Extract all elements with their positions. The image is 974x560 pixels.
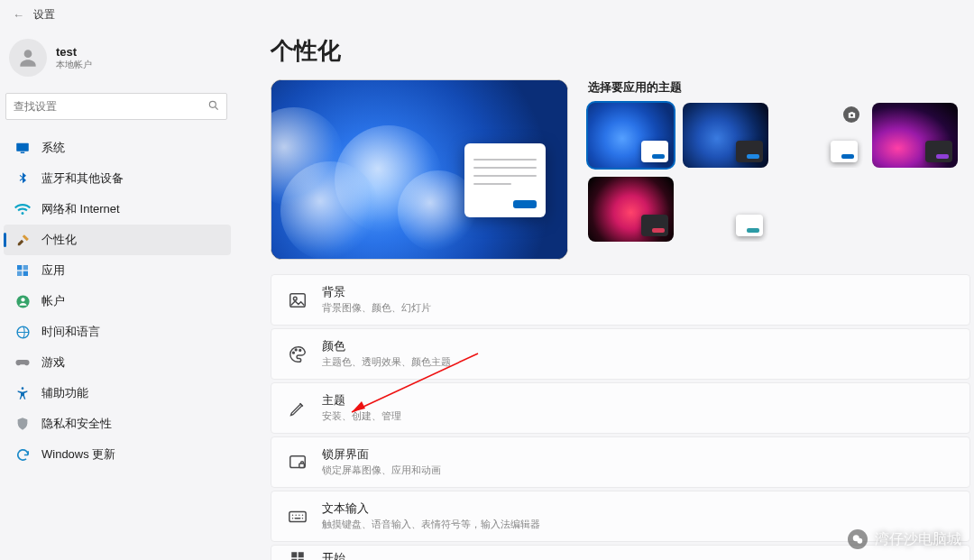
accessibility-icon [14,385,31,401]
desktop-preview [271,79,568,260]
lockscreen-icon [288,453,308,473]
main: 个性化 选择要应用的主题 [234,30,974,560]
search-icon [207,99,220,112]
settings-item-lockscreen[interactable]: 锁屏界面锁定屏幕图像、应用和动画 [271,436,970,488]
watermark: 湾仔沙电脑城 [848,529,961,549]
user-name: test [56,45,92,59]
svg-point-29 [857,538,862,544]
theme-tile-sunrise[interactable] [777,103,863,168]
sidebar-item-personalization[interactable]: 个性化 [4,225,231,255]
system-icon [14,140,31,156]
settings-item-sub: 背景图像、颜色、幻灯片 [322,301,431,315]
sidebar-item-time-language[interactable]: 时间和语言 [4,317,231,347]
sidebar-item-label: 应用 [41,262,65,279]
window-header: ← 设置 [0,0,974,30]
keyboard-icon [288,507,308,527]
sidebar-item-label: 游戏 [41,354,65,371]
palette-icon [288,344,308,364]
shield-icon [14,416,31,432]
settings-item-title: 主题 [322,393,401,408]
svg-point-0 [24,50,32,58]
svg-point-1 [209,101,216,107]
settings-item-title: 文本输入 [322,501,540,516]
svg-rect-4 [21,152,25,154]
account-icon [14,293,31,309]
sidebar-item-bluetooth[interactable]: 蓝牙和其他设备 [4,163,231,194]
settings-item-sub: 主题色、透明效果、颜色主题 [322,355,451,369]
image-icon [288,290,308,310]
search-input[interactable] [5,93,227,120]
window-title: 设置 [33,7,55,23]
sidebar-item-label: 蓝牙和其他设备 [41,170,124,187]
theme-tile-windows-dark[interactable] [683,103,768,168]
svg-rect-20 [299,463,305,467]
svg-point-15 [293,297,297,300]
pen-icon [288,399,308,418]
sidebar-item-system[interactable]: 系统 [4,133,231,163]
watermark-text: 湾仔沙电脑城 [875,530,961,549]
sidebar-item-accessibility[interactable]: 辅助功能 [4,378,231,409]
svg-point-17 [295,349,297,351]
sidebar-item-accounts[interactable]: 帐户 [4,286,231,317]
settings-item-title: 锁屏界面 [322,447,441,462]
svg-rect-21 [289,511,306,521]
sidebar-item-gaming[interactable]: 游戏 [4,347,231,378]
sidebar-item-label: 网络和 Internet [41,201,120,217]
sidebar-item-apps[interactable]: 应用 [4,255,231,286]
svg-point-12 [22,387,24,390]
svg-rect-3 [16,143,29,151]
sidebar-item-label: 辅助功能 [41,385,88,401]
theme-tile-windows-light[interactable] [588,103,674,168]
wechat-icon [848,529,868,549]
svg-rect-22 [291,552,297,557]
sidebar-item-update[interactable]: Windows 更新 [4,439,231,470]
sidebar-item-privacy[interactable]: 隐私和安全性 [4,409,231,439]
settings-list: 背景背景图像、颜色、幻灯片 颜色主题色、透明效果、颜色主题 主题安装、创建、管理… [271,274,974,560]
sidebar-item-label: 时间和语言 [41,324,100,340]
back-icon[interactable]: ← [13,8,24,22]
page-title: 个性化 [271,35,974,67]
bluetooth-icon [14,170,31,187]
svg-rect-5 [17,265,22,270]
theme-tile-captured-motion[interactable] [683,177,768,242]
preview-window [464,143,546,217]
settings-item-title: 颜色 [322,339,451,353]
settings-item-sub: 安装、创建、管理 [322,409,401,423]
settings-item-themes[interactable]: 主题安装、创建、管理 [271,382,970,434]
sidebar: test 本地帐户 系统 蓝牙和其他设备 网络和 Internet [0,30,234,560]
svg-point-18 [299,349,301,351]
sidebar-item-label: 系统 [41,140,65,156]
gamepad-icon [14,354,31,371]
settings-item-background[interactable]: 背景背景图像、颜色、幻灯片 [271,274,970,326]
svg-rect-7 [17,271,22,276]
svg-point-10 [21,298,24,301]
settings-item-sub: 锁定屏幕图像、应用和动画 [322,464,441,477]
svg-rect-14 [290,293,306,307]
svg-rect-6 [23,265,28,270]
settings-item-title: 开始 [322,551,345,560]
svg-rect-23 [299,552,304,557]
svg-point-16 [293,352,295,353]
update-icon [14,446,31,463]
sidebar-item-label: 帐户 [41,293,65,309]
theme-tile-flower-dark[interactable] [588,177,674,242]
sidebar-item-label: Windows 更新 [41,446,115,463]
svg-point-13 [850,114,853,116]
settings-item-colors[interactable]: 颜色主题色、透明效果、颜色主题 [271,328,970,380]
user-sub: 本地帐户 [56,59,92,71]
avatar [9,39,47,77]
globe-clock-icon [14,324,31,340]
themes-grid [588,103,974,242]
paintbrush-icon [14,232,31,248]
camera-icon [843,106,859,123]
svg-rect-8 [23,271,28,276]
sidebar-item-network[interactable]: 网络和 Internet [4,194,231,225]
settings-item-title: 背景 [322,285,431,299]
wifi-icon [14,201,31,217]
sidebar-item-label: 个性化 [41,232,77,248]
user-block[interactable]: test 本地帐户 [0,35,234,89]
theme-tile-glow-purple[interactable] [872,103,958,168]
nav: 系统 蓝牙和其他设备 网络和 Internet 个性化 应用 帐户 [0,129,234,470]
apps-icon [14,262,31,279]
sidebar-item-label: 隐私和安全性 [41,416,112,432]
